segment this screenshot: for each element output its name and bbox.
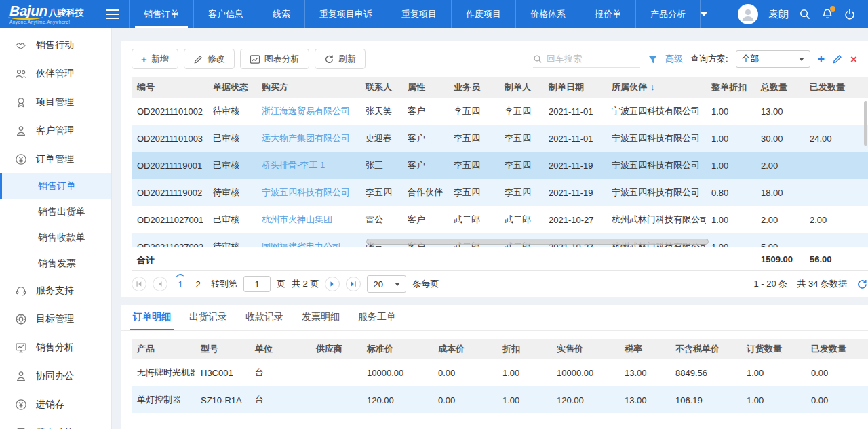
horizontal-scrollbar[interactable] <box>366 239 709 245</box>
sidebar-item[interactable]: 协同办公 <box>0 362 111 390</box>
add-scheme-icon[interactable]: + <box>818 53 825 65</box>
column-header[interactable]: 实售价 <box>551 339 619 359</box>
table-row[interactable]: OD20211027001已审核杭州市火神山集团雷公客户武二郎武二郎2021-1… <box>132 206 868 233</box>
page-number[interactable]: 2 <box>191 279 205 289</box>
column-header[interactable]: 已发数量 <box>806 339 868 359</box>
column-header[interactable]: 产品 <box>132 339 195 359</box>
buyer-link[interactable]: 杭州市火神山集团 <box>262 214 332 224</box>
sidebar-item[interactable]: 订单管理 <box>0 145 111 173</box>
search-icon[interactable] <box>799 8 811 20</box>
sidebar-item[interactable]: 销售行动 <box>0 31 111 60</box>
nav-tab[interactable]: 线索 <box>258 0 305 28</box>
sidebar-item[interactable]: 伙伴管理 <box>0 60 111 88</box>
cell: 1.00 <box>741 359 806 386</box>
nav-tab[interactable]: 客户信息 <box>194 0 258 28</box>
goto-page-input[interactable] <box>243 276 271 292</box>
table-row[interactable]: 单灯控制器SZ10-R1A台120.000.001.00120.0013.001… <box>132 386 868 413</box>
column-header[interactable]: 编号 <box>132 77 208 98</box>
column-header[interactable]: 型号 <box>195 339 250 359</box>
column-header[interactable]: 已发数量 <box>804 77 868 98</box>
edit-button[interactable]: 修改 <box>184 49 235 69</box>
column-header[interactable]: 联系人 <box>360 77 402 98</box>
nav-tab[interactable]: 重复项目申诉 <box>305 0 387 28</box>
reload-icon[interactable] <box>856 279 868 290</box>
sidebar-subitem[interactable]: 销售出货单 <box>0 199 111 225</box>
table-row[interactable]: OD20211119002待审核宁波五四科技有限公司李五四合作伙伴李五四李五四2… <box>132 179 868 206</box>
edit-scheme-pencil-icon[interactable] <box>832 54 843 64</box>
column-header[interactable]: 总数量 <box>755 77 804 98</box>
detail-tab[interactable]: 出货记录 <box>189 311 227 330</box>
sidebar-item[interactable]: 进销存 <box>0 390 111 419</box>
nav-tab[interactable]: 销售订单 <box>129 0 194 28</box>
column-header[interactable]: 整单折扣 <box>706 77 755 98</box>
page-number[interactable]: 1 <box>174 279 187 289</box>
column-header[interactable]: 属性 <box>402 77 448 98</box>
table-row[interactable]: 无悔牌时光机器H3C001台10000.000.001.0010000.0013… <box>132 359 868 386</box>
column-header[interactable]: 订货数量 <box>741 339 806 359</box>
logout-power-icon[interactable] <box>844 8 856 20</box>
app-logo[interactable]: Bajun 八骏科技 Anyone,Anytime,Anywhere! <box>0 3 103 25</box>
sidebar-item[interactable]: 服务支持 <box>0 277 111 305</box>
buyer-link[interactable]: 远大物产集团有限公司 <box>262 133 350 143</box>
advanced-link[interactable]: 高级 <box>665 53 683 65</box>
detail-tab[interactable]: 订单明细 <box>133 311 171 330</box>
column-header[interactable]: 不含税单价 <box>670 339 741 359</box>
cell: 李五四 <box>448 152 499 179</box>
column-header[interactable]: 供应商 <box>311 339 361 359</box>
next-page-button[interactable] <box>325 277 340 291</box>
cell: 合作伙伴 <box>402 179 448 206</box>
column-header[interactable]: 制单人 <box>499 77 543 98</box>
column-header[interactable]: 所属伙伴↓ <box>606 77 706 98</box>
sidebar-subitem[interactable]: 销售发票 <box>0 251 111 277</box>
goto-label: 转到第 <box>211 278 237 290</box>
buyer-link[interactable]: 桥头排骨-李工 1 <box>262 160 325 170</box>
last-page-button[interactable] <box>346 277 361 291</box>
avatar[interactable] <box>738 4 758 24</box>
user-name[interactable]: 袁朗 <box>768 8 789 21</box>
chart-analysis-button[interactable]: 图表分析 <box>240 49 309 69</box>
table-row[interactable]: OD20211101003已审核远大物产集团有限公司史迎春客户李五四李五四202… <box>132 125 868 152</box>
column-header[interactable]: 税率 <box>619 339 670 359</box>
nav-tab[interactable]: 作废项目 <box>452 0 516 28</box>
more-tabs-caret-icon[interactable] <box>701 12 707 16</box>
buyer-link[interactable]: 国网福建省电力公司 <box>262 241 341 247</box>
nav-tab[interactable]: 价格体系 <box>516 0 580 28</box>
refresh-button[interactable]: 刷新 <box>315 49 366 69</box>
menu-toggle-icon[interactable] <box>106 9 119 19</box>
table-row[interactable]: OD20211101002待审核浙江海逸贸易有限公司张天笑客户李五四李五四202… <box>132 98 868 125</box>
first-page-button[interactable] <box>132 277 146 291</box>
column-header[interactable]: 标准价 <box>361 339 433 359</box>
sidebar-item[interactable]: 项目管理 <box>0 88 111 117</box>
sidebar-item[interactable]: 基本功能 <box>0 419 111 429</box>
delete-scheme-icon[interactable]: × <box>850 54 857 65</box>
prev-page-button[interactable] <box>153 277 167 291</box>
search-input[interactable] <box>547 54 631 64</box>
vertical-scrollbar[interactable] <box>864 101 867 146</box>
filter-funnel-icon[interactable] <box>648 54 658 64</box>
detail-tab[interactable]: 发票明细 <box>302 311 340 330</box>
column-header[interactable]: 折扣 <box>497 339 551 359</box>
column-header[interactable]: 成本价 <box>433 339 497 359</box>
sidebar-item[interactable]: 销售分析 <box>0 333 111 362</box>
page-size-select[interactable]: 20 <box>367 275 406 293</box>
table-row[interactable]: OD20211119001已审核桥头排骨-李工 1张三客户李五四李五四2021-… <box>132 152 868 179</box>
scheme-select[interactable]: 全部 <box>736 50 810 68</box>
column-header[interactable]: 业务员 <box>448 77 499 98</box>
nav-tab[interactable]: 重复项目 <box>387 0 452 28</box>
sidebar-subitem[interactable]: 销售收款单 <box>0 225 111 251</box>
notifications-bell-icon[interactable] <box>821 8 833 20</box>
column-header[interactable]: 购买方 <box>256 77 360 98</box>
column-header[interactable]: 制单日期 <box>543 77 606 98</box>
column-header[interactable]: 单位 <box>250 339 311 359</box>
add-button[interactable]: + 新增 <box>132 49 178 69</box>
nav-tab[interactable]: 产品分析 <box>636 0 701 28</box>
detail-tab[interactable]: 收款记录 <box>245 311 283 330</box>
column-header[interactable]: 单据状态 <box>208 77 256 98</box>
sidebar-item[interactable]: 目标管理 <box>0 305 111 333</box>
buyer-link[interactable]: 宁波五四科技有限公司 <box>262 187 350 197</box>
sidebar-subitem[interactable]: 销售订单 <box>0 173 111 199</box>
detail-tab[interactable]: 服务工单 <box>358 311 396 330</box>
buyer-link[interactable]: 浙江海逸贸易有限公司 <box>262 106 350 116</box>
sidebar-item[interactable]: 客户管理 <box>0 117 111 145</box>
nav-tab[interactable]: 报价单 <box>580 0 636 28</box>
